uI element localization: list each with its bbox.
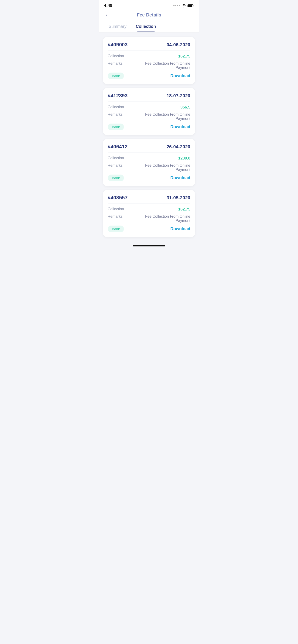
bank-badge-1: Bank — [108, 72, 124, 79]
card-collection-row-4: Collection 162.75 — [108, 207, 190, 212]
card-footer-1: Bank Download — [108, 72, 190, 79]
collection-label-1: Collection — [108, 54, 124, 58]
card-remarks-row-4: Remarks Fee Collection From Online Payme… — [108, 214, 190, 223]
card-footer-3: Bank Download — [108, 174, 190, 181]
back-button[interactable]: ← — [104, 11, 111, 19]
card-collection-row-1: Collection 162.75 — [108, 54, 190, 59]
signal-icon — [173, 5, 180, 6]
card-footer-2: Bank Download — [108, 124, 190, 130]
home-bar — [133, 245, 165, 246]
header: ← Fee Details — [99, 10, 199, 21]
card-remarks-row-1: Remarks Fee Collection From Online Payme… — [108, 62, 190, 70]
download-button-1[interactable]: Download — [170, 72, 190, 79]
card-id-4: #408557 — [108, 195, 128, 201]
collection-label-4: Collection — [108, 207, 124, 211]
home-indicator — [99, 242, 199, 248]
tab-summary[interactable]: Summary — [104, 21, 131, 32]
remarks-value-2: Fee Collection From Online Payment — [145, 112, 190, 121]
content-area: #409003 04-06-2020 Collection 162.75 Rem… — [99, 32, 199, 242]
collection-value-1: 162.75 — [178, 54, 190, 59]
collection-card-2: #412393 18-07-2020 Collection 356.5 Rema… — [103, 88, 195, 135]
status-icons — [173, 4, 194, 8]
remarks-value-3: Fee Collection From Online Payment — [145, 164, 190, 172]
collection-value-2: 356.5 — [180, 105, 190, 110]
card-remarks-row-3: Remarks Fee Collection From Online Payme… — [108, 164, 190, 172]
card-id-1: #409003 — [108, 42, 128, 48]
collection-card-1: #409003 04-06-2020 Collection 162.75 Rem… — [103, 37, 195, 84]
tabs-container: Summary Collection — [99, 21, 199, 32]
remarks-label-1: Remarks — [108, 62, 123, 66]
card-date-4: 31-05-2020 — [167, 195, 190, 200]
remarks-value-4: Fee Collection From Online Payment — [145, 214, 190, 223]
card-id-2: #412393 — [108, 93, 128, 99]
collection-value-3: 1239.0 — [178, 156, 190, 161]
remarks-label-4: Remarks — [108, 214, 123, 218]
card-date-3: 26-04-2020 — [167, 144, 190, 150]
card-header-3: #406412 26-04-2020 — [108, 144, 190, 150]
battery-icon — [187, 4, 194, 8]
collection-label-2: Collection — [108, 105, 124, 109]
remarks-value-1: Fee Collection From Online Payment — [145, 62, 190, 70]
card-remarks-row-2: Remarks Fee Collection From Online Payme… — [108, 112, 190, 121]
status-time: 4:49 — [104, 3, 112, 8]
card-divider-4 — [108, 204, 190, 204]
card-divider-3 — [108, 152, 190, 153]
svg-rect-1 — [188, 5, 192, 7]
card-divider-1 — [108, 50, 190, 51]
card-header-1: #409003 04-06-2020 — [108, 42, 190, 48]
card-date-1: 04-06-2020 — [167, 42, 190, 48]
collection-card-3: #406412 26-04-2020 Collection 1239.0 Rem… — [103, 139, 195, 186]
card-date-2: 18-07-2020 — [167, 93, 190, 98]
card-footer-4: Bank Download — [108, 226, 190, 232]
tab-collection[interactable]: Collection — [131, 21, 161, 32]
status-bar: 4:49 — [99, 0, 199, 10]
download-button-4[interactable]: Download — [170, 226, 190, 232]
bank-badge-2: Bank — [108, 124, 124, 130]
card-header-4: #408557 31-05-2020 — [108, 195, 190, 201]
wifi-icon — [181, 4, 186, 8]
bank-badge-4: Bank — [108, 226, 124, 232]
card-divider-2 — [108, 102, 190, 102]
bank-badge-3: Bank — [108, 174, 124, 181]
card-collection-row-2: Collection 356.5 — [108, 105, 190, 110]
remarks-label-2: Remarks — [108, 112, 123, 116]
page-title: Fee Details — [137, 12, 161, 18]
download-button-2[interactable]: Download — [170, 124, 190, 130]
remarks-label-3: Remarks — [108, 164, 123, 168]
card-id-3: #406412 — [108, 144, 128, 150]
collection-card-4: #408557 31-05-2020 Collection 162.75 Rem… — [103, 190, 195, 237]
collection-label-3: Collection — [108, 156, 124, 160]
card-header-2: #412393 18-07-2020 — [108, 93, 190, 99]
card-collection-row-3: Collection 1239.0 — [108, 156, 190, 161]
collection-value-4: 162.75 — [178, 207, 190, 212]
download-button-3[interactable]: Download — [170, 174, 190, 181]
